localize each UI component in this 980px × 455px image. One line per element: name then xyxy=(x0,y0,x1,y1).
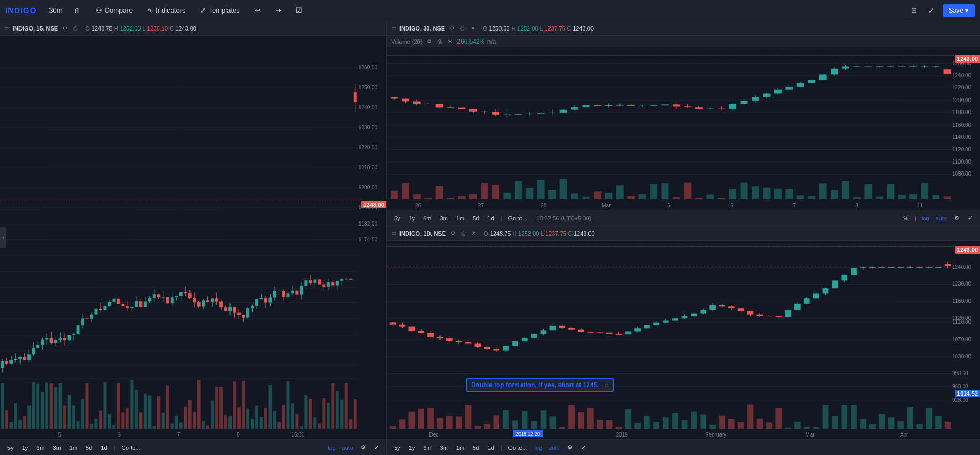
right-bottom-ctrl-6m[interactable]: 6m xyxy=(420,443,434,452)
right-bottom-ctrl-log[interactable]: log xyxy=(533,443,545,452)
left-chart-type-icon: ▭ xyxy=(4,25,9,32)
undo-icon: ↩ xyxy=(255,6,261,14)
toolbar-right: ⊞ ⤢ Save ▾ xyxy=(908,4,975,17)
app-logo: INDIGO xyxy=(5,6,36,15)
right-top-ctrl-1d[interactable]: 1d xyxy=(484,214,497,223)
left-ctrl-auto[interactable]: auto xyxy=(340,443,355,452)
save-button[interactable]: Save ▾ xyxy=(943,4,975,17)
layout-icon: ⊞ xyxy=(911,6,917,14)
check-icon: ☑ xyxy=(296,6,302,14)
left-ctrl-5d[interactable]: 5d xyxy=(83,443,95,452)
left-ctrl-5y[interactable]: 5y xyxy=(4,443,17,452)
redo-btn[interactable]: ↪ xyxy=(272,4,284,16)
right-top-ctrl-auto[interactable]: auto xyxy=(934,214,949,223)
right-bottom-ctrl-1d[interactable]: 1d xyxy=(484,443,497,452)
right-top-ctrl-expand[interactable]: ⤢ xyxy=(965,214,976,223)
right-bottom-ctrl-1y[interactable]: 1y xyxy=(406,443,418,452)
volume-label[interactable]: Volume (20) xyxy=(391,38,422,45)
left-ctrl-log[interactable]: log xyxy=(326,443,338,452)
annotation-box[interactable]: Double top formation, if yes, short at 1… xyxy=(466,378,614,392)
vol-eye-icon[interactable]: ◎ xyxy=(436,38,443,45)
left-ctrl-6m[interactable]: 6m xyxy=(33,443,47,452)
right-top-eye-icon[interactable]: ◎ xyxy=(458,25,466,32)
left-price-tag: 1243.00 xyxy=(361,201,386,208)
fullscreen-icon: ⤢ xyxy=(928,6,934,14)
check-btn[interactable]: ☑ xyxy=(293,4,305,16)
left-ctrl-1y[interactable]: 1y xyxy=(19,443,32,452)
right-bottom-ctrl-5y[interactable]: 5y xyxy=(391,443,404,452)
left-collapse-btn[interactable]: ◂ xyxy=(0,227,6,248)
left-ctrl-expand[interactable]: ⤢ xyxy=(371,443,382,452)
left-chart-eye-icon[interactable]: ◎ xyxy=(72,25,79,32)
right-bottom-ctrl-1m[interactable]: 1m xyxy=(453,443,467,452)
right-bottom-settings-icon[interactable]: ⚙ xyxy=(449,230,456,237)
left-ctrl-goto[interactable]: Go to... xyxy=(118,443,143,452)
volume-value: 266.542K xyxy=(457,38,484,45)
right-bottom-ctrl-auto[interactable]: auto xyxy=(546,443,562,452)
right-bottom-chart-controls: 5y 1y 6m 3m 1m 5d 1d | Go to... log auto… xyxy=(387,439,980,455)
right-top-chart-controls: 5y 1y 6m 3m 1m 5d 1d | Go to... 15:32:56… xyxy=(387,210,980,226)
right-bottom-chart-type-icon: ▭ xyxy=(391,230,396,237)
right-top-ctrl-percent[interactable]: % xyxy=(900,214,912,223)
undo-btn[interactable]: ↩ xyxy=(252,4,264,16)
left-price-line xyxy=(0,201,386,201)
templates-icon: ⤢ xyxy=(200,6,206,14)
vol-settings-icon[interactable]: ⚙ xyxy=(425,38,433,45)
right-bottom-ctrl-expand[interactable]: ⤢ xyxy=(578,443,589,452)
compare-btn[interactable]: ⚇ Compare xyxy=(93,4,136,16)
fullscreen-btn[interactable]: ⤢ xyxy=(925,4,937,16)
chart-type-btn[interactable]: ⫙ xyxy=(71,4,84,16)
chart-type-icon: ⫙ xyxy=(74,6,81,14)
right-top-chart-type-icon: ▭ xyxy=(391,25,396,32)
right-bottom-chart-area[interactable]: 1243.00 1014.52 Double top formation, if… xyxy=(387,241,980,439)
right-bottom-price-tag-blue: 1014.52 xyxy=(955,390,980,397)
left-ctrl-settings[interactable]: ⚙ xyxy=(357,443,369,452)
save-dropdown-icon: ▾ xyxy=(965,7,968,14)
right-top-ctrl-5d[interactable]: 5d xyxy=(469,214,482,223)
left-ctrl-3m[interactable]: 3m xyxy=(50,443,64,452)
save-label: Save xyxy=(949,7,963,14)
right-top-ctrl-settings[interactable]: ⚙ xyxy=(951,214,963,223)
vol-close-icon[interactable]: ✕ xyxy=(446,38,454,45)
right-bottom-price-line xyxy=(387,246,980,247)
templates-btn[interactable]: ⤢ Templates xyxy=(197,4,243,16)
right-top-settings-icon[interactable]: ⚙ xyxy=(448,25,455,32)
right-top-ctrl-log[interactable]: log xyxy=(919,214,932,223)
right-top-ctrl-6m[interactable]: 6m xyxy=(420,214,434,223)
right-top-close-icon[interactable]: ✕ xyxy=(469,25,476,32)
right-bottom-ctrl-goto[interactable]: Go to... xyxy=(505,443,530,452)
left-chart-symbol[interactable]: INDIGO, 15, NSE xyxy=(13,25,58,32)
main-area: ▭ INDIGO, 15, NSE ⚙ ◎ O 1248.75 H 1252.0… xyxy=(0,21,980,455)
right-top-chart-area[interactable]: 1243.00 xyxy=(387,47,980,210)
right-top-ctrl-1y[interactable]: 1y xyxy=(406,214,418,223)
layout-btn[interactable]: ⊞ xyxy=(908,4,920,16)
right-bottom-ctrl-settings[interactable]: ⚙ xyxy=(564,443,576,452)
right-top-chart-symbol[interactable]: INDIGO, 30, NSE xyxy=(399,25,445,32)
timeframe-selector[interactable]: 30m xyxy=(49,6,62,14)
right-bottom-chart-symbol[interactable]: INDIGO, 1D, NSE xyxy=(399,230,446,237)
right-top-ctrl-goto[interactable]: Go to... xyxy=(505,214,530,223)
left-ctrl-1d[interactable]: 1d xyxy=(97,443,110,452)
right-bottom-chart-canvas xyxy=(387,241,980,439)
right-top-ctrl-1m[interactable]: 1m xyxy=(453,214,467,223)
right-panel: ▭ INDIGO, 30, NSE ⚙ ◎ ✕ O 1250.55 H 1252… xyxy=(387,21,980,455)
right-top-chart-canvas xyxy=(387,47,980,210)
left-chart-area[interactable]: 1243.00 ◂ xyxy=(0,36,386,439)
right-bottom-ctrl-5d[interactable]: 5d xyxy=(469,443,482,452)
left-ctrl-1m[interactable]: 1m xyxy=(66,443,81,452)
right-top-price-line xyxy=(387,55,980,56)
left-chart-settings-icon[interactable]: ⚙ xyxy=(61,25,68,32)
right-bottom-close-icon[interactable]: ✕ xyxy=(470,230,477,237)
indicators-btn[interactable]: ∿ Indicators xyxy=(144,4,188,16)
annotation-close[interactable]: ○ xyxy=(605,381,608,389)
right-top-price-tag: 1243.00 xyxy=(955,55,980,63)
right-bottom-ctrl-3m[interactable]: 3m xyxy=(437,443,451,452)
indicators-icon: ∿ xyxy=(147,6,153,14)
left-chart-controls: 5y 1y 6m 3m 1m 5d 1d | Go to... log auto… xyxy=(0,439,386,455)
right-top-ctrl-3m[interactable]: 3m xyxy=(437,214,451,223)
volume-header: Volume (20) ⚙ ◎ ✕ 266.542K n/a xyxy=(387,36,980,47)
right-bottom-ohlc: O 1248.75 H 1252.00 L 1237.75 C 1243.00 xyxy=(484,230,595,237)
right-top-ctrl-5y[interactable]: 5y xyxy=(391,214,404,223)
right-bottom-eye-icon[interactable]: ◎ xyxy=(459,230,467,237)
volume-extra: n/a xyxy=(487,38,496,45)
